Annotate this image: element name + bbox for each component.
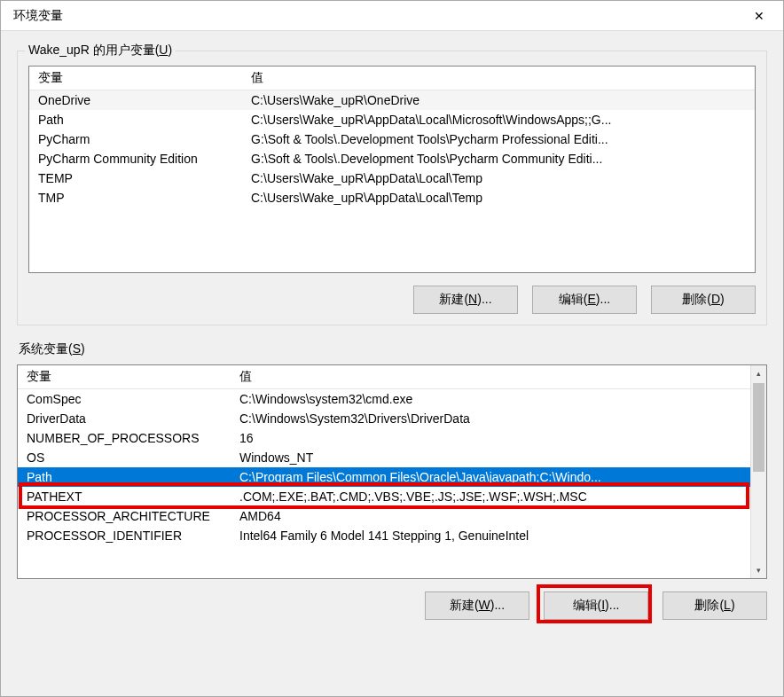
table-row[interactable]: OneDriveC:\Users\Wake_upR\OneDrive: [29, 90, 755, 111]
user-vars-table[interactable]: 变量 值 OneDriveC:\Users\Wake_upR\OneDriveP…: [29, 67, 755, 208]
table-row[interactable]: TMPC:\Users\Wake_upR\AppData\Local\Temp: [29, 188, 755, 208]
scroll-thumb[interactable]: [753, 383, 764, 472]
cell-value: Intel64 Family 6 Model 141 Stepping 1, G…: [231, 526, 750, 545]
cell-name: TEMP: [29, 168, 242, 188]
table-row[interactable]: PyCharm Community EditionG:\Soft & Tools…: [29, 149, 755, 168]
cell-value: C:\Windows\system32\cmd.exe: [231, 389, 750, 410]
scroll-down-icon[interactable]: ▾: [751, 562, 766, 578]
table-row[interactable]: OSWindows_NT: [18, 448, 750, 467]
cell-name: NUMBER_OF_PROCESSORS: [18, 428, 231, 448]
table-row[interactable]: PyCharmG:\Soft & Tools\.Development Tool…: [29, 129, 755, 149]
env-vars-window: 环境变量 ✕ Wake_upR 的用户变量(U) 变量 值: [0, 0, 784, 697]
sys-vars-table-wrap: 变量 值 ComSpecC:\Windows\system32\cmd.exeD…: [17, 364, 767, 579]
sys-delete-button[interactable]: 删除(L): [662, 591, 767, 620]
content-area: Wake_upR 的用户变量(U) 变量 值 OneDriveC:\Users\…: [1, 31, 783, 696]
col-header-value[interactable]: 值: [242, 67, 755, 90]
cell-name: TMP: [29, 188, 242, 208]
table-row[interactable]: PathC:\Program Files\Common Files\Oracle…: [18, 467, 750, 487]
sys-vars-buttons: 新建(W)... 编辑(I)... 删除(L): [17, 591, 767, 620]
cell-name: ComSpec: [18, 389, 231, 410]
sys-vars-table[interactable]: 变量 值 ComSpecC:\Windows\system32\cmd.exeD…: [18, 365, 750, 545]
cell-name: Path: [29, 110, 242, 129]
table-row[interactable]: ComSpecC:\Windows\system32\cmd.exe: [18, 389, 750, 410]
cell-name: OneDrive: [29, 90, 242, 111]
col-header-name[interactable]: 变量: [29, 67, 242, 90]
sys-vars-label: 系统变量(S): [19, 341, 767, 357]
table-row[interactable]: PROCESSOR_ARCHITECTUREAMD64: [18, 506, 750, 526]
col-header-value[interactable]: 值: [231, 365, 750, 389]
cell-name: PyCharm: [29, 129, 242, 149]
close-icon: ✕: [754, 9, 764, 23]
cell-value: C:\Users\Wake_upR\AppData\Local\Temp: [242, 168, 755, 188]
user-new-button[interactable]: 新建(N)...: [413, 286, 518, 314]
close-button[interactable]: ✕: [741, 3, 778, 29]
cell-value: C:\Users\Wake_upR\AppData\Local\Microsof…: [242, 110, 755, 129]
sys-edit-button[interactable]: 编辑(I)...: [544, 591, 648, 620]
cell-value: C:\Program Files\Common Files\Oracle\Jav…: [231, 467, 750, 487]
cell-value: C:\Windows\System32\Drivers\DriverData: [231, 409, 750, 428]
cell-value: AMD64: [231, 506, 750, 526]
cell-name: PATHEXT: [18, 487, 231, 506]
cell-value: C:\Users\Wake_upR\OneDrive: [242, 90, 755, 111]
user-vars-group: Wake_upR 的用户变量(U) 变量 值 OneDriveC:\Users\…: [17, 51, 767, 325]
table-row[interactable]: NUMBER_OF_PROCESSORS16: [18, 428, 750, 448]
table-row[interactable]: DriverDataC:\Windows\System32\Drivers\Dr…: [18, 409, 750, 428]
cell-value: C:\Users\Wake_upR\AppData\Local\Temp: [242, 188, 755, 208]
cell-name: PyCharm Community Edition: [29, 149, 242, 168]
cell-value: Windows_NT: [231, 448, 750, 467]
user-edit-button[interactable]: 编辑(E)...: [532, 286, 637, 314]
cell-value: 16: [231, 428, 750, 448]
user-vars-table-wrap: 变量 值 OneDriveC:\Users\Wake_upR\OneDriveP…: [28, 66, 756, 273]
cell-name: PROCESSOR_ARCHITECTURE: [18, 506, 231, 526]
window-title: 环境变量: [13, 8, 63, 24]
table-row[interactable]: PROCESSOR_IDENTIFIERIntel64 Family 6 Mod…: [18, 526, 750, 545]
cell-value: G:\Soft & Tools\.Development Tools\Pycha…: [242, 149, 755, 168]
table-row[interactable]: PathC:\Users\Wake_upR\AppData\Local\Micr…: [29, 110, 755, 129]
table-row[interactable]: PATHEXT.COM;.EXE;.BAT;.CMD;.VBS;.VBE;.JS…: [18, 487, 750, 506]
cell-name: OS: [18, 448, 231, 467]
cell-name: Path: [18, 467, 231, 487]
col-header-name[interactable]: 变量: [18, 365, 231, 389]
cell-name: DriverData: [18, 409, 231, 428]
user-vars-buttons: 新建(N)... 编辑(E)... 删除(D): [28, 286, 756, 314]
cell-value: .COM;.EXE;.BAT;.CMD;.VBS;.VBE;.JS;.JSE;.…: [231, 487, 750, 506]
sys-new-button[interactable]: 新建(W)...: [425, 591, 529, 620]
scroll-up-icon[interactable]: ▴: [751, 365, 766, 381]
cell-name: PROCESSOR_IDENTIFIER: [18, 526, 231, 545]
table-row[interactable]: TEMPC:\Users\Wake_upR\AppData\Local\Temp: [29, 168, 755, 188]
sys-scrollbar[interactable]: ▴ ▾: [750, 365, 766, 578]
cell-value: G:\Soft & Tools\.Development Tools\Pycha…: [242, 129, 755, 149]
user-vars-label: Wake_upR 的用户变量(U): [25, 43, 176, 59]
user-delete-button[interactable]: 删除(D): [651, 286, 756, 314]
titlebar: 环境变量 ✕: [1, 1, 783, 31]
